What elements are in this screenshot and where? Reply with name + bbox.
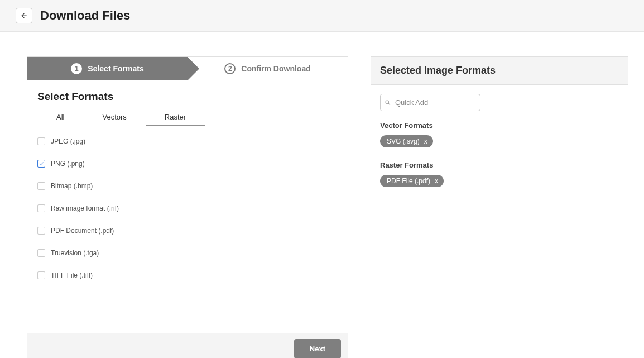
format-item[interactable]: TIFF File (.tiff) (37, 271, 338, 279)
format-item[interactable]: PNG (.png) (37, 160, 338, 168)
page-header: Download Files (0, 0, 644, 32)
format-checkbox[interactable] (37, 204, 45, 212)
tab-vectors[interactable]: Vectors (83, 108, 145, 126)
selected-formats-body: Vector FormatsSVG (.svg)xRaster FormatsP… (371, 85, 628, 209)
format-chip: PDF File (.pdf)x (380, 175, 444, 187)
format-item[interactable]: JPEG (.jpg) (37, 137, 338, 145)
selected-formats-title: Selected Image Formats (371, 57, 628, 85)
chip-label: SVG (.svg) (387, 137, 420, 145)
stepper: 1Select Formats2Confirm Download (27, 57, 348, 80)
quick-add-input[interactable] (380, 94, 480, 111)
format-checkbox[interactable] (37, 227, 45, 235)
arrow-left-icon (20, 12, 28, 20)
next-button[interactable]: Next (294, 339, 341, 358)
format-label: PDF Document (.pdf) (51, 227, 114, 235)
format-item[interactable]: Truevision (.tga) (37, 249, 338, 257)
format-checkbox[interactable] (37, 160, 45, 168)
tab-raster[interactable]: Raster (146, 108, 205, 126)
selected-formats-panel: Selected Image Formats Vector FormatsSVG… (371, 56, 628, 358)
format-group-label: Vector Formats (380, 121, 619, 130)
chip-remove[interactable]: x (424, 138, 427, 145)
page-title: Download Files (40, 8, 130, 23)
chip-label: PDF File (.pdf) (387, 177, 430, 185)
format-label: Bitmap (.bmp) (51, 182, 93, 190)
format-checkbox[interactable] (37, 271, 45, 279)
step-number: 2 (224, 63, 236, 74)
step-label: Select Formats (88, 64, 143, 73)
format-chip: SVG (.svg)x (380, 135, 433, 147)
format-label: PNG (.png) (51, 160, 85, 168)
step-number: 1 (71, 63, 82, 74)
format-checkbox[interactable] (37, 137, 45, 145)
content-area: 1Select Formats2Confirm Download Select … (0, 32, 644, 358)
quick-add-search (380, 94, 480, 111)
chip-row: SVG (.svg)x (380, 135, 619, 147)
search-icon (385, 99, 391, 106)
panel-heading: Select Formats (37, 90, 338, 103)
format-label: TIFF File (.tiff) (51, 271, 93, 279)
back-button[interactable] (16, 8, 32, 23)
format-item[interactable]: Raw image format (.rif) (37, 204, 338, 212)
format-label: JPEG (.jpg) (51, 137, 85, 145)
format-item[interactable]: Bitmap (.bmp) (37, 182, 338, 190)
chip-row: PDF File (.pdf)x (380, 175, 619, 187)
step-1[interactable]: 1Select Formats (27, 57, 188, 80)
tab-bar: AllVectorsRaster (37, 108, 338, 126)
format-checkbox[interactable] (37, 249, 45, 257)
format-group-label: Raster Formats (380, 161, 619, 169)
panel-body: Select Formats AllVectorsRaster JPEG (.j… (27, 80, 348, 333)
format-label: Truevision (.tga) (51, 249, 99, 257)
panel-footer: Next (27, 333, 348, 358)
step-label: Confirm Download (241, 64, 310, 73)
format-item[interactable]: PDF Document (.pdf) (37, 227, 338, 235)
format-checkbox[interactable] (37, 182, 45, 190)
wizard-panel: 1Select Formats2Confirm Download Select … (27, 56, 348, 358)
tab-all[interactable]: All (37, 108, 83, 126)
check-icon (39, 161, 44, 166)
format-label: Raw image format (.rif) (51, 204, 119, 212)
step-2[interactable]: 2Confirm Download (188, 57, 348, 80)
chip-remove[interactable]: x (435, 178, 438, 184)
format-list: JPEG (.jpg)PNG (.png)Bitmap (.bmp)Raw im… (37, 137, 338, 333)
